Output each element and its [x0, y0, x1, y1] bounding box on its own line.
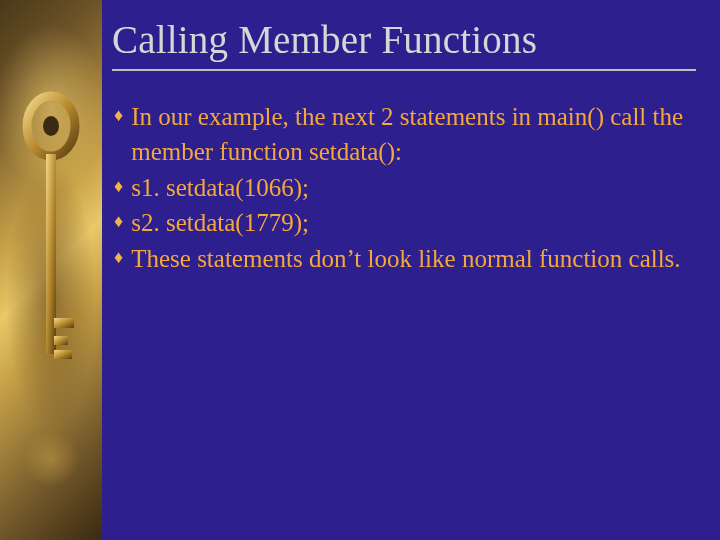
- list-item: ♦ s2. setdata(1779);: [114, 205, 696, 241]
- bullet-list: ♦ In our example, the next 2 statements …: [112, 99, 696, 277]
- bullet-icon: ♦: [114, 205, 123, 237]
- decorative-sidebar: [0, 0, 102, 540]
- slide-content: Calling Member Functions ♦ In our exampl…: [102, 0, 720, 540]
- list-item: ♦ s1. setdata(1066);: [114, 170, 696, 206]
- bullet-icon: ♦: [114, 99, 123, 131]
- bullet-text: In our example, the next 2 statements in…: [131, 99, 696, 170]
- bullet-icon: ♦: [114, 241, 123, 273]
- svg-rect-4: [54, 336, 68, 345]
- bullet-text: s1. setdata(1066);: [131, 170, 696, 206]
- svg-point-1: [43, 116, 59, 136]
- list-item: ♦ These statements don’t look like norma…: [114, 241, 696, 277]
- slide-title: Calling Member Functions: [112, 18, 696, 63]
- bullet-text: s2. setdata(1779);: [131, 205, 696, 241]
- list-item: ♦ In our example, the next 2 statements …: [114, 99, 696, 170]
- bullet-icon: ♦: [114, 170, 123, 202]
- key-icon: [21, 88, 81, 408]
- svg-rect-3: [54, 318, 74, 328]
- title-divider: [112, 69, 696, 71]
- bullet-text: These statements don’t look like normal …: [131, 241, 696, 277]
- svg-rect-5: [54, 350, 72, 359]
